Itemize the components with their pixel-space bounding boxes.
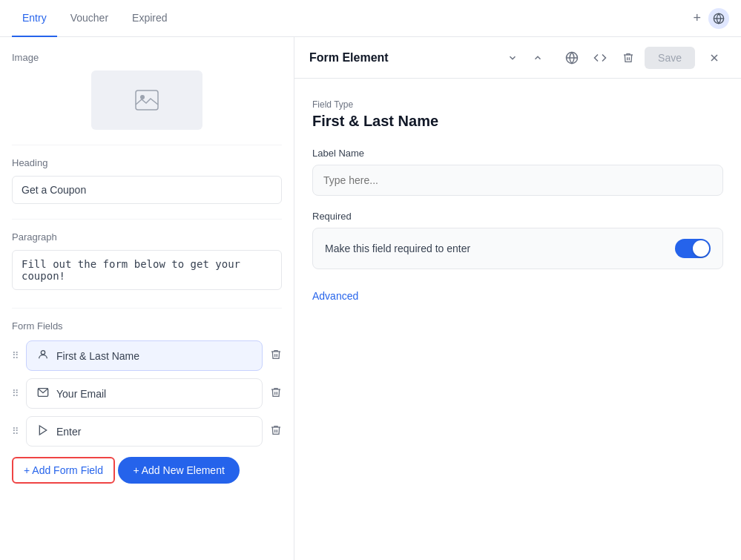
heading-input[interactable] — [12, 176, 282, 204]
form-element-title: Form Element — [309, 51, 501, 65]
required-text: Make this field required to enter — [325, 243, 470, 254]
field-label-0: First & Last Name — [56, 350, 139, 362]
drag-handle-0[interactable]: ⠿ — [12, 351, 20, 360]
paragraph-label: Paragraph — [12, 231, 282, 243]
paragraph-input[interactable]: Fill out the form below to get your coup… — [12, 250, 282, 290]
delete-btn-2[interactable] — [270, 424, 282, 438]
dropdown-controls — [501, 46, 550, 70]
field-type-label: Field Type — [312, 99, 723, 110]
add-field-label: + Add Form Field — [24, 464, 103, 476]
required-label: Required — [312, 211, 723, 222]
form-field-item-1: ⠿ Your Email — [12, 378, 282, 409]
code-icon — [593, 51, 607, 65]
form-field-item-0: ⠿ First & Last Name — [12, 340, 282, 371]
toggle-thumb — [693, 240, 709, 257]
svg-point-3 — [140, 95, 145, 99]
enter-icon — [37, 424, 49, 438]
label-name-input[interactable] — [312, 165, 723, 196]
tab-entry[interactable]: Entry — [12, 0, 57, 37]
image-icon — [135, 90, 159, 111]
heading-label: Heading — [12, 157, 282, 168]
delete-btn-0[interactable] — [270, 349, 282, 363]
divider-3 — [12, 308, 282, 309]
email-icon — [37, 386, 49, 401]
trash-button[interactable] — [616, 46, 640, 70]
user-icon — [37, 349, 49, 363]
right-content: Field Type First & Last Name Label Name … — [294, 79, 741, 560]
globe-button[interactable] — [708, 8, 729, 29]
save-button[interactable]: Save — [645, 47, 695, 69]
tab-expired[interactable]: Expired — [122, 0, 177, 37]
right-panel: Form Element — [294, 37, 741, 560]
tab-actions: + — [693, 8, 729, 29]
delete-btn-1[interactable] — [270, 386, 282, 401]
globe-icon — [713, 13, 725, 24]
chevron-up-icon — [533, 53, 543, 63]
form-field-item-2: ⠿ Enter — [12, 416, 282, 447]
add-element-button[interactable]: + Add New Element — [118, 457, 239, 484]
dropdown-button[interactable] — [501, 46, 524, 70]
drag-handle-1[interactable]: ⠿ — [12, 389, 20, 398]
divider-1 — [12, 145, 282, 145]
tab-voucher[interactable]: Voucher — [60, 0, 119, 37]
chevron-up-button[interactable] — [526, 46, 550, 70]
required-group: Required Make this field required to ent… — [312, 211, 723, 269]
form-fields-label: Form Fields — [12, 320, 282, 332]
image-section: Image — [12, 52, 282, 130]
svg-point-4 — [41, 351, 45, 355]
trash-icon — [622, 52, 634, 64]
field-pill-1[interactable]: Your Email — [26, 378, 263, 409]
label-name-group: Label Name — [312, 148, 723, 196]
drag-handle-2[interactable]: ⠿ — [12, 426, 20, 436]
field-label-2: Enter — [56, 426, 81, 438]
svg-rect-2 — [136, 90, 158, 110]
add-element-label: + Add New Element — [133, 464, 224, 476]
add-form-field-button[interactable]: + Add Form Field — [12, 457, 115, 484]
main-layout: Image Heading Paragraph Fill out the for… — [0, 37, 741, 560]
close-button[interactable] — [702, 46, 726, 70]
field-label-1: Your Email — [56, 388, 106, 400]
add-tab-button[interactable]: + — [693, 10, 701, 26]
label-name-label: Label Name — [312, 148, 723, 159]
image-label: Image — [12, 52, 282, 63]
image-placeholder[interactable] — [91, 70, 202, 130]
left-panel: Image Heading Paragraph Fill out the for… — [0, 37, 294, 560]
field-type-value: First & Last Name — [312, 113, 723, 130]
header-actions: Save — [501, 46, 726, 70]
close-icon — [708, 52, 720, 64]
globe-header-button[interactable] — [560, 46, 584, 70]
required-toggle[interactable] — [675, 239, 711, 258]
tab-bar: Entry Voucher Expired + — [0, 0, 741, 37]
svg-marker-6 — [39, 426, 46, 435]
right-header: Form Element — [294, 37, 741, 79]
field-pill-0[interactable]: First & Last Name — [26, 340, 263, 371]
required-row: Make this field required to enter — [312, 228, 723, 269]
globe-header-icon — [565, 51, 579, 65]
advanced-link[interactable]: Advanced — [312, 290, 358, 302]
field-pill-2[interactable]: Enter — [26, 416, 263, 447]
heading-section: Heading — [12, 157, 282, 204]
chevron-down-icon — [507, 53, 518, 63]
divider-2 — [12, 219, 282, 220]
paragraph-section: Paragraph Fill out the form below to get… — [12, 231, 282, 293]
code-button[interactable] — [588, 46, 612, 70]
